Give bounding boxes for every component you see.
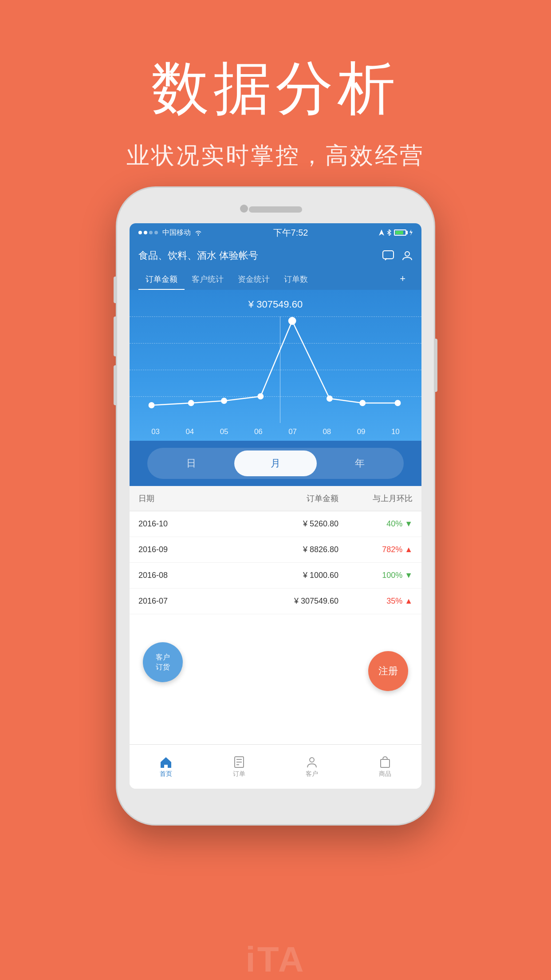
- phone-outer: 中国移动 下午7:52: [116, 186, 435, 826]
- app-title-row: 食品、饮料、酒水 体验帐号: [138, 249, 413, 262]
- nav-item-order[interactable]: 订单: [203, 756, 276, 778]
- cell-amount-1: ¥ 5260.80: [227, 519, 338, 529]
- carrier-label: 中国移动: [162, 228, 191, 237]
- phone-camera: [240, 205, 248, 213]
- status-left: 中国移动: [138, 228, 202, 237]
- change-pct-1: 40%: [386, 519, 405, 528]
- cell-change-1: 40% ▼: [338, 519, 413, 529]
- nav-label-order: 订单: [233, 770, 245, 778]
- tab-add-button[interactable]: +: [393, 269, 413, 290]
- fab-register-button[interactable]: 注册: [368, 651, 408, 691]
- phone-speaker: [249, 206, 302, 213]
- phone-mockup: 中国移动 下午7:52: [116, 186, 435, 826]
- fab-register-label: 注册: [378, 664, 398, 678]
- x-label-08: 08: [323, 427, 331, 436]
- app-title: 食品、饮料、酒水 体验帐号: [138, 249, 258, 262]
- svg-point-11: [395, 400, 401, 406]
- home-icon: [160, 756, 172, 768]
- change-pct-3: 100%: [382, 571, 405, 580]
- chat-icon[interactable]: [382, 250, 394, 261]
- svg-point-7: [258, 394, 263, 399]
- table-row: 2016-09 ¥ 8826.80 782% ▲: [130, 537, 421, 563]
- x-label-06: 06: [254, 427, 263, 436]
- status-right: [379, 229, 413, 236]
- phone-screen: 中国移动 下午7:52: [130, 223, 421, 789]
- nav-item-customer[interactable]: 客户: [276, 756, 349, 778]
- nav-label-home: 首页: [160, 770, 172, 778]
- cell-change-3: 100% ▼: [338, 571, 413, 580]
- order-icon: [233, 756, 245, 768]
- change-arrow-3: ▼: [405, 571, 413, 580]
- watermark: iTA: [209, 939, 342, 980]
- x-label-10: 10: [391, 427, 400, 436]
- table-row: 2016-10 ¥ 5260.80 40% ▼: [130, 511, 421, 537]
- nav-item-product[interactable]: 商品: [349, 756, 422, 778]
- col-header-change: 与上月环比: [338, 493, 413, 504]
- charging-icon: [409, 229, 413, 236]
- period-pills: 日 月 年: [147, 448, 404, 479]
- svg-marker-0: [379, 229, 384, 236]
- period-year[interactable]: 年: [319, 450, 401, 476]
- tab-order-count[interactable]: 订单数: [277, 269, 315, 290]
- signal-dot-1: [138, 231, 142, 234]
- cell-amount-4: ¥ 307549.60: [227, 597, 338, 606]
- battery-icon: [394, 229, 406, 236]
- user-icon[interactable]: [402, 250, 413, 261]
- period-selector: 日 月 年: [130, 441, 421, 486]
- cell-amount-3: ¥ 1000.60: [227, 571, 338, 580]
- table-header: 日期 订单金额 与上月环比: [130, 486, 421, 511]
- svg-point-10: [360, 400, 365, 406]
- svg-point-5: [189, 400, 194, 406]
- signal-dot-3: [149, 231, 153, 234]
- svg-point-3: [405, 252, 409, 256]
- svg-rect-17: [381, 759, 390, 767]
- app-header: 食品、饮料、酒水 体验帐号: [130, 242, 421, 290]
- cell-date-3: 2016-08: [138, 571, 227, 580]
- period-day[interactable]: 日: [150, 450, 232, 476]
- watermark-text: iTA: [246, 940, 306, 979]
- fab-customer-label: 客户 订货: [156, 652, 170, 672]
- cell-date-4: 2016-07: [138, 597, 227, 606]
- cell-date-2: 2016-09: [138, 545, 227, 554]
- product-icon: [379, 756, 391, 768]
- col-header-date: 日期: [138, 493, 227, 504]
- battery-fill: [395, 231, 403, 234]
- status-bar: 中国移动 下午7:52: [130, 223, 421, 242]
- customer-icon: [306, 756, 318, 768]
- hero-title: 数据分析: [0, 53, 551, 122]
- svg-marker-1: [409, 229, 413, 236]
- signal-dot-4: [154, 231, 158, 234]
- period-month[interactable]: 月: [234, 450, 317, 476]
- nav-item-home[interactable]: 首页: [130, 756, 203, 778]
- change-pct-4: 35%: [386, 597, 405, 605]
- chart-svg: [130, 308, 421, 423]
- svg-point-9: [327, 396, 332, 401]
- cell-date-1: 2016-10: [138, 519, 227, 529]
- bottom-nav: 首页 订单 客户: [130, 744, 421, 789]
- chart-x-labels: 03 04 05 06 07 08 09 10: [130, 427, 421, 436]
- fab-customer-button[interactable]: 客户 订货: [143, 642, 183, 682]
- data-table: 日期 订单金额 与上月环比 2016-10 ¥ 5260.80 40% ▼ 20…: [130, 486, 421, 614]
- x-label-07: 07: [288, 427, 297, 436]
- hero-subtitle: 业状况实时掌控，高效经营: [0, 140, 551, 171]
- svg-point-4: [149, 403, 154, 408]
- tab-order-amount[interactable]: 订单金额: [138, 269, 185, 290]
- hero-section: 数据分析 业状况实时掌控，高效经营: [0, 0, 551, 198]
- location-icon: [379, 229, 384, 236]
- svg-point-16: [310, 758, 314, 762]
- tab-fund-stats[interactable]: 资金统计: [231, 269, 277, 290]
- cell-change-4: 35% ▲: [338, 597, 413, 606]
- phone-btn-vol-down: [114, 365, 117, 405]
- header-icons: [382, 250, 413, 261]
- status-time: 下午7:52: [273, 227, 308, 239]
- svg-point-8: [289, 317, 296, 324]
- change-arrow-4: ▲: [405, 597, 413, 605]
- change-pct-2: 782%: [382, 545, 405, 554]
- cell-amount-2: ¥ 8826.80: [227, 545, 338, 554]
- phone-btn-power: [434, 339, 437, 392]
- chart-area: ¥ 307549.60: [130, 290, 421, 441]
- phone-btn-vol-up: [114, 316, 117, 356]
- tab-customer-stats[interactable]: 客户统计: [185, 269, 231, 290]
- x-label-04: 04: [185, 427, 194, 436]
- nav-label-product: 商品: [379, 770, 391, 778]
